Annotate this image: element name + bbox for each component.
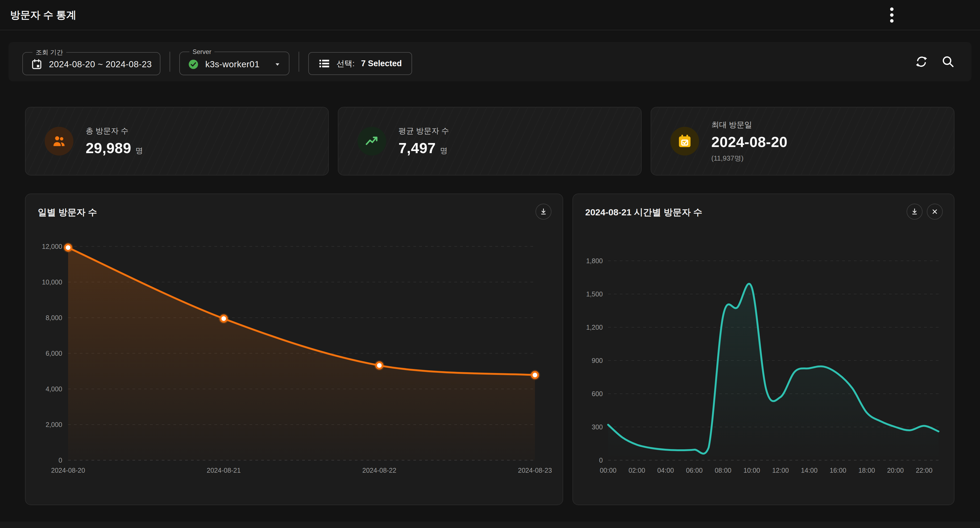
- kebab-dot: [890, 8, 894, 11]
- stat-sub-value: (11,937명): [711, 154, 788, 163]
- data-point[interactable]: [532, 372, 538, 378]
- x-tick-label: 2024-08-22: [362, 466, 396, 474]
- x-tick-label: 04:00: [657, 466, 674, 474]
- date-range-field[interactable]: 조회 기간 2024-08-20 ~ 2024-08-23: [22, 48, 161, 75]
- y-tick-label: 10,000: [42, 278, 62, 286]
- chevron-down-icon: [274, 61, 281, 68]
- calendar-check-icon: [670, 127, 699, 155]
- chart-title: 2024-08-21 시간별 방문자 수: [585, 206, 702, 219]
- x-tick-label: 14:00: [801, 466, 818, 474]
- stat-label: 평균 방문자 수: [398, 126, 449, 136]
- stat-label: 총 방문자 수: [86, 126, 143, 136]
- y-tick-label: 1,500: [586, 290, 603, 298]
- close-button[interactable]: [927, 204, 943, 220]
- x-tick-label: 06:00: [686, 466, 703, 474]
- selection-prefix: 선택:: [337, 58, 355, 69]
- y-tick-label: 300: [592, 423, 603, 431]
- daily-visitors-chart-card: 일별 방문자 수 02,0004,0006,0008,00010,00012,0…: [25, 193, 563, 505]
- date-range-value: 2024-08-20 ~ 2024-08-23: [49, 59, 152, 70]
- daily-visitors-line-chart[interactable]: 02,0004,0006,0008,00010,00012,0002024-08…: [25, 194, 563, 504]
- x-tick-label: 18:00: [858, 466, 875, 474]
- download-button[interactable]: [536, 204, 552, 220]
- kebab-dot: [890, 19, 894, 22]
- stat-value: 29,989: [86, 140, 131, 157]
- kebab-dot: [890, 13, 894, 17]
- x-tick-label: 2024-08-20: [51, 466, 85, 474]
- filter-bar: 조회 기간 2024-08-20 ~ 2024-08-23 Server k3: [8, 42, 972, 81]
- y-tick-label: 1,800: [586, 257, 603, 265]
- data-point[interactable]: [376, 362, 383, 369]
- series-area: [68, 247, 535, 460]
- stat-value: 7,497: [398, 140, 436, 157]
- y-tick-label: 4,000: [46, 385, 62, 393]
- download-icon: [539, 208, 548, 216]
- divider: [299, 52, 299, 72]
- charts-row: 일별 방문자 수 02,0004,0006,0008,00010,00012,0…: [25, 193, 955, 505]
- hourly-visitors-line-chart[interactable]: 03006009001,2001,5001,80000:0002:0004:00…: [573, 194, 954, 504]
- page-title: 방문자 수 통계: [10, 8, 76, 22]
- y-tick-label: 6,000: [46, 350, 62, 357]
- x-tick-label: 00:00: [600, 466, 617, 474]
- series-area: [608, 284, 939, 460]
- x-tick-label: 08:00: [715, 466, 732, 474]
- server-select-label: Server: [189, 48, 215, 55]
- stat-value: 2024-08-20: [711, 133, 788, 151]
- y-tick-label: 2,000: [46, 421, 62, 428]
- x-tick-label: 20:00: [887, 466, 904, 474]
- kebab-menu-button[interactable]: [884, 6, 899, 23]
- stat-cards-row: 총 방문자 수 29,989 명 평균 방문자 수 7,497 명: [25, 107, 955, 176]
- y-tick-label: 1,200: [586, 323, 603, 331]
- x-tick-label: 22:00: [916, 466, 933, 474]
- stat-unit: 명: [135, 146, 143, 156]
- data-point[interactable]: [221, 315, 227, 322]
- x-tick-label: 2024-08-23: [518, 466, 552, 474]
- data-point[interactable]: [65, 244, 71, 251]
- x-tick-label: 2024-08-21: [207, 466, 241, 474]
- users-icon: [45, 127, 73, 155]
- chart-title: 일별 방문자 수: [38, 206, 97, 219]
- x-tick-label: 12:00: [772, 466, 789, 474]
- calendar-icon: [31, 59, 43, 70]
- stat-card-average-visitors: 평균 방문자 수 7,497 명: [338, 107, 642, 176]
- hourly-visitors-chart-card: 2024-08-21 시간별 방문자 수 03006009001,2001,50…: [573, 193, 955, 505]
- trending-up-icon: [358, 127, 386, 155]
- x-tick-label: 02:00: [628, 466, 645, 474]
- server-select-field[interactable]: Server k3s-worker01: [179, 48, 290, 75]
- checklist-icon: [318, 58, 330, 70]
- stat-card-total-visitors: 총 방문자 수 29,989 명: [25, 107, 329, 176]
- close-icon: [931, 208, 939, 216]
- refresh-icon: [915, 55, 928, 68]
- download-button[interactable]: [907, 204, 923, 220]
- y-tick-label: 8,000: [46, 314, 62, 322]
- divider: [169, 52, 170, 72]
- refresh-button[interactable]: [912, 52, 931, 71]
- y-tick-label: 600: [592, 390, 603, 398]
- download-icon: [910, 208, 919, 216]
- y-tick-label: 0: [599, 457, 603, 464]
- selection-count: 7 Selected: [361, 59, 402, 68]
- x-tick-label: 10:00: [743, 466, 760, 474]
- y-tick-label: 0: [59, 457, 62, 464]
- y-tick-label: 12,000: [42, 243, 62, 250]
- y-tick-label: 900: [592, 357, 603, 364]
- search-icon: [941, 55, 955, 68]
- stat-label: 최대 방문일: [711, 120, 788, 130]
- server-status-check-icon: [188, 59, 199, 70]
- x-tick-label: 16:00: [830, 466, 846, 474]
- search-button[interactable]: [939, 52, 958, 71]
- stat-unit: 명: [440, 146, 447, 156]
- stat-card-max-visit-day: 최대 방문일 2024-08-20 (11,937명): [651, 107, 955, 176]
- top-bar: 방문자 수 통계: [0, 0, 980, 30]
- date-range-label: 조회 기간: [32, 48, 66, 57]
- server-select-value: k3s-worker01: [205, 59, 259, 70]
- bottom-panel-edge: [0, 522, 980, 528]
- selection-count-button[interactable]: 선택: 7 Selected: [308, 52, 412, 75]
